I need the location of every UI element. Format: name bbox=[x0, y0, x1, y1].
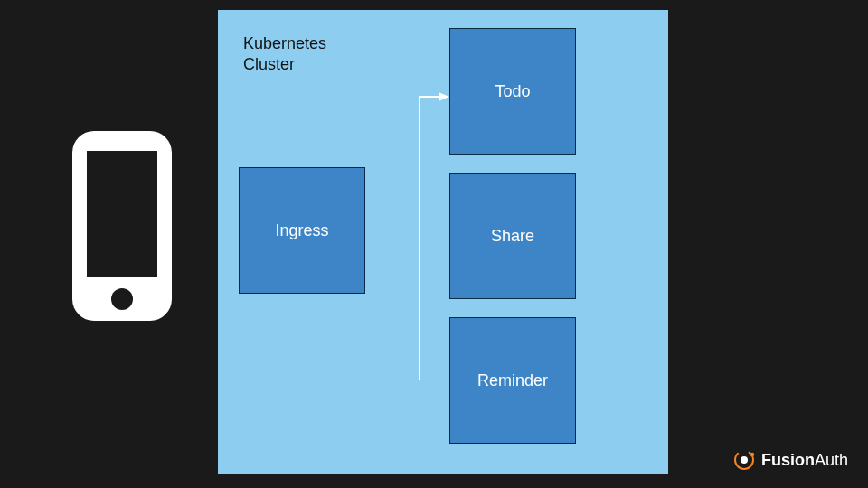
svg-marker-3 bbox=[439, 92, 449, 101]
share-box: Share bbox=[449, 173, 576, 299]
routing-arrow bbox=[397, 86, 451, 393]
kubernetes-cluster-container: Kubernetes Cluster Ingress Todo Share Re… bbox=[217, 9, 669, 474]
mobile-phone-icon bbox=[72, 131, 172, 321]
svg-point-2 bbox=[111, 288, 133, 310]
diagram-stage: Kubernetes Cluster Ingress Todo Share Re… bbox=[0, 0, 868, 488]
cluster-label: Kubernetes Cluster bbox=[243, 33, 326, 74]
brand-name-light: Auth bbox=[815, 451, 848, 470]
reminder-box: Reminder bbox=[449, 317, 576, 444]
svg-point-6 bbox=[750, 453, 754, 456]
share-label: Share bbox=[491, 227, 534, 246]
svg-rect-1 bbox=[87, 151, 157, 277]
reminder-label: Reminder bbox=[477, 371, 548, 390]
ingress-label: Ingress bbox=[275, 221, 328, 240]
todo-box: Todo bbox=[449, 28, 576, 155]
brand-name-bold: Fusion bbox=[761, 451, 815, 470]
fusionauth-brand: FusionAuth bbox=[732, 448, 848, 472]
fusionauth-logo-icon bbox=[732, 448, 756, 472]
ingress-box: Ingress bbox=[239, 167, 365, 294]
todo-label: Todo bbox=[495, 82, 530, 101]
svg-point-5 bbox=[741, 456, 748, 464]
